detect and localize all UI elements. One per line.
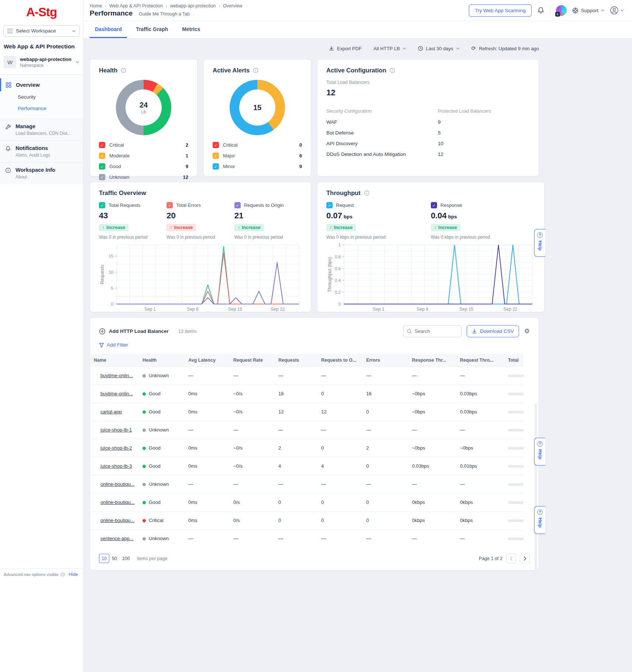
hide-nav-link[interactable]: Hide	[69, 572, 78, 577]
breadcrumb-item[interactable]: webapp-api-protection›	[170, 3, 220, 8]
legend-count: 9	[186, 164, 188, 169]
config-row-name: DDoS Detection and Auto Mitigation	[326, 148, 438, 159]
page-size-label: 100	[122, 556, 130, 561]
info-icon[interactable]	[364, 190, 370, 196]
health-dot-icon	[142, 410, 146, 414]
guide-me-link[interactable]: Guide Me Through a Tab	[139, 11, 190, 17]
trend-badge-label: Increase	[242, 225, 261, 230]
avg-latency-cell: —	[185, 475, 230, 493]
try-web-app-scanning-button[interactable]: Try Web App Scanning	[469, 4, 531, 17]
account-menu[interactable]	[610, 6, 624, 15]
sidebar-item-workspace-info[interactable]: Workspace Info About	[0, 162, 83, 184]
lb-name-link[interactable]: sentence-app...	[100, 536, 134, 541]
lb-name-link[interactable]: cartql-app	[100, 409, 122, 415]
legend-checkbox[interactable]: ✓	[213, 163, 219, 170]
legend-item: ✓ Critical 0	[213, 140, 302, 150]
latency-value: —	[188, 427, 193, 433]
items-count: 12 items	[178, 328, 196, 334]
sidebar-subitem[interactable]: Security	[0, 91, 83, 103]
add-filter-button[interactable]: Add Filter	[99, 342, 128, 348]
lb-name-link[interactable]: online-boutiqu...	[100, 481, 135, 487]
page-size-button[interactable]: 100	[120, 554, 133, 563]
next-page-button[interactable]	[520, 553, 530, 563]
breadcrumb-item[interactable]: Home›	[90, 3, 106, 8]
info-icon[interactable]	[253, 68, 258, 73]
column-label: Response Thr...	[412, 358, 446, 363]
add-http-lb-button[interactable]: Add HTTP Load Balancer	[99, 328, 169, 335]
check-icon: ✓	[100, 154, 104, 158]
table-row: online-boutiqu... Critical 0ms 0/s 0 0 0…	[90, 511, 523, 529]
errors-cell: —	[363, 366, 408, 385]
lb-name-link[interactable]: online-boutiqu...	[100, 518, 135, 523]
workspace-selector[interactable]: Select Workspace	[3, 25, 80, 37]
svg-text:0.8: 0.8	[335, 255, 341, 259]
export-pdf-button[interactable]: Export PDF	[329, 46, 362, 51]
alerts-card-title: Active Alerts	[213, 67, 250, 74]
legend-checkbox[interactable]: ✓	[213, 142, 219, 148]
lb-name-link[interactable]: juice-shop-lb-3	[100, 463, 132, 469]
lb-name-link[interactable]: buytime-onlin...	[100, 373, 133, 378]
response-throughput-cell: ~0bps	[408, 439, 456, 457]
legend-checkbox[interactable]: ✓	[99, 142, 105, 148]
help-widget[interactable]: ? Help	[534, 229, 545, 257]
total-alerts-cell	[504, 511, 523, 529]
response-throughput-cell: 0.03bps	[408, 457, 456, 475]
latency-value: 0ms	[188, 445, 198, 451]
lb-name-link[interactable]: online-boutiqu...	[100, 499, 135, 505]
throughput-line-chart: 00.20.40.60.81Sep 1Sep 8Sep 15Sep 22Thro…	[326, 243, 535, 313]
requests-cell: —	[275, 421, 317, 439]
lb-name-link[interactable]: juice-shop-lb-2	[100, 445, 132, 451]
download-csv-button[interactable]: Download CSV	[467, 325, 519, 337]
legend-checkbox[interactable]: ✓	[99, 163, 105, 170]
check-icon: ✓	[432, 203, 436, 208]
breadcrumb-item[interactable]: Overview›	[223, 3, 242, 8]
namespace-selector[interactable]: W webapp-api-protection Namespace	[0, 53, 83, 75]
alerts-bar	[508, 411, 523, 413]
tab[interactable]: Traffic Graph	[131, 21, 173, 38]
page-size-button[interactable]: 10	[99, 554, 109, 563]
sidebar-item-notifications[interactable]: Notifications Alerts, Audit Logs	[0, 140, 83, 162]
check-icon: ✓	[100, 175, 104, 180]
health-unit: LB	[141, 110, 146, 114]
support-menu[interactable]: Support	[572, 7, 604, 14]
refresh-button[interactable]: ⟳ Refresh: Updated 9 min ago	[471, 45, 539, 52]
sidebar-item-manage[interactable]: Manage Load Balancers, CDN Dist...	[0, 119, 83, 140]
gear-icon[interactable]: ⚙	[524, 327, 530, 335]
legend-count: 0	[299, 142, 302, 148]
legend-checkbox[interactable]: ✓	[99, 174, 105, 180]
tab[interactable]: Metrics	[177, 21, 205, 38]
latency-value: 0ms	[188, 391, 198, 396]
legend-checkbox[interactable]: ✓	[213, 153, 219, 159]
sidebar-subitem[interactable]: Performance	[0, 103, 83, 114]
legend-checkbox[interactable]: ✓	[99, 153, 105, 159]
series-checkbox[interactable]: ✓	[431, 202, 437, 208]
prev-page-button[interactable]	[506, 553, 516, 563]
stat-block: ✓ Total Requests 43 ↑Increase Was 0 in p…	[99, 202, 166, 240]
series-checkbox[interactable]: ✓	[166, 202, 173, 208]
table-scrollbar[interactable]	[535, 403, 537, 581]
breadcrumb-item[interactable]: Web App & API Protection›	[109, 3, 167, 8]
errors-cell: 0	[363, 493, 408, 511]
series-checkbox[interactable]: ✓	[99, 202, 105, 208]
page-size-button[interactable]: 50	[109, 554, 120, 563]
series-checkbox[interactable]: ✓	[326, 202, 333, 208]
time-range-dropdown[interactable]: Last 30 days	[418, 46, 460, 51]
lb-name-link[interactable]: juice-shop-lb-1	[100, 427, 132, 433]
sidebar-nav: Overview Security Performance	[0, 75, 83, 119]
sidebar-item-overview[interactable]: Overview	[0, 78, 83, 91]
avatar[interactable]: 8	[556, 5, 567, 16]
lb-filter-dropdown[interactable]: All HTTP LB	[374, 46, 406, 51]
help-widget[interactable]: ? Help	[534, 506, 545, 534]
help-widget[interactable]: ? Help	[534, 438, 545, 465]
throughput-card: Throughput ✓ Request 0.07bps ↑Increase W…	[317, 182, 545, 312]
table-column-header: Request Thro...	[456, 354, 504, 367]
notifications-bell-icon[interactable]	[537, 7, 545, 14]
info-icon[interactable]	[121, 68, 126, 73]
info-icon[interactable]	[389, 68, 395, 73]
sidebar-subitems: Security Performance	[0, 91, 83, 114]
series-checkbox[interactable]: ✓	[234, 202, 241, 208]
tab[interactable]: Dashboard	[90, 21, 127, 38]
health-cell: Unknown	[139, 529, 185, 548]
search-input[interactable]	[415, 328, 458, 334]
lb-name-link[interactable]: buytime-onlin...	[100, 391, 133, 396]
